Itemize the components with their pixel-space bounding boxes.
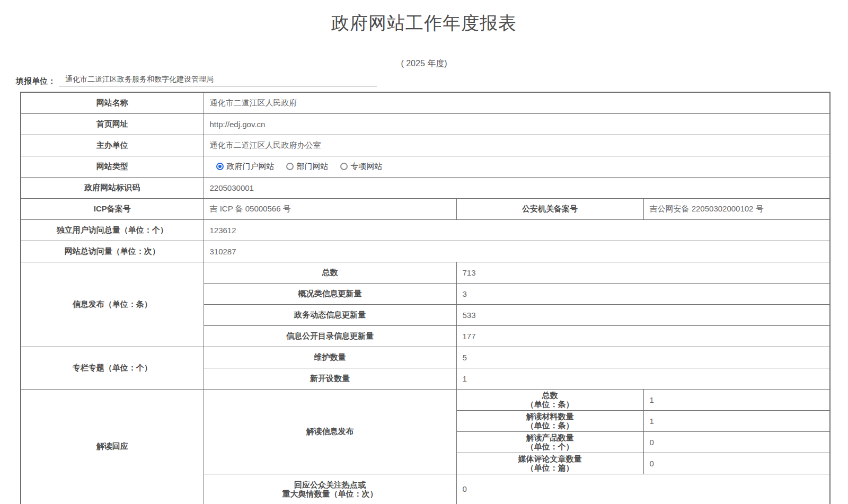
table-row: 专栏专题（单位：个） 维护数量 5 <box>21 347 830 368</box>
interpret-publish-row-label: 媒体评论文章数量 （单位：篇） <box>456 453 643 474</box>
info-publish-row-label: 总数 <box>204 262 456 283</box>
report-unit-label: 填报单位： <box>16 75 56 87</box>
site-type-label: 网站类型 <box>21 156 204 177</box>
label-line-2: （单位：个） <box>457 442 643 451</box>
icp-value: 吉 ICP 备 05000566 号 <box>204 198 456 219</box>
total-visits-label: 网站总访问量（单位：次） <box>21 241 204 262</box>
table-row: 网站总访问量（单位：次） 310287 <box>21 241 830 262</box>
police-record-value: 吉公网安备 22050302000102 号 <box>643 198 830 219</box>
radio-label: 专项网站 <box>351 161 383 172</box>
info-publish-section-label: 信息发布（单位：条） <box>21 262 204 347</box>
police-record-label: 公安机关备案号 <box>456 198 643 219</box>
special-columns-row-label: 维护数量 <box>204 347 456 368</box>
info-publish-row-value: 3 <box>456 283 830 304</box>
total-visits-value: 310287 <box>204 241 830 262</box>
table-row: ICP备案号 吉 ICP 备 05000566 号 公安机关备案号 吉公网安备 … <box>21 198 830 219</box>
table-row: 主办单位 通化市二道江区人民政府办公室 <box>21 135 830 156</box>
interpret-response-section-label: 解读回应 <box>21 389 204 504</box>
special-columns-row-value: 5 <box>456 347 830 368</box>
label-line-1: 媒体评论文章数量 <box>457 454 643 463</box>
table-row: 网站类型 政府门户网站 部门网站 专项网站 <box>21 156 830 177</box>
website-name-value: 通化市二道江区人民政府 <box>204 92 830 113</box>
label-line-2: 重大舆情数量（单位：次） <box>204 489 456 498</box>
table-row: 独立用户访问总量（单位：个） 123612 <box>21 219 830 241</box>
label-line-2: （单位：条） <box>457 421 643 430</box>
radio-label: 政府门户网站 <box>227 161 275 172</box>
table-row: 首页网址 http://edj.gov.cn <box>21 113 830 135</box>
table-row: 解读回应 解读信息发布 总数 （单位：条） 1 <box>21 389 830 410</box>
hot-response-label: 回应公众关注热点或 重大舆情数量（单位：次） <box>204 474 456 504</box>
info-publish-row-label: 概况类信息更新量 <box>204 283 456 304</box>
sponsor-value: 通化市二道江区人民政府办公室 <box>204 135 830 156</box>
label-line-1: 解读材料数量 <box>457 412 643 421</box>
unique-visitors-label: 独立用户访问总量（单位：个） <box>21 219 204 241</box>
table-row: 网站名称 通化市二道江区人民政府 <box>21 92 830 113</box>
unique-visitors-value: 123612 <box>204 219 830 241</box>
label-line-1: 解读产品数量 <box>457 433 643 442</box>
radio-special-site[interactable]: 专项网站 <box>340 161 383 172</box>
annual-report-table: 网站名称 通化市二道江区人民政府 首页网址 http://edj.gov.cn … <box>20 92 831 504</box>
site-code-value: 2205030001 <box>204 177 830 198</box>
info-publish-row-value: 533 <box>456 304 830 325</box>
table-row: 信息发布（单位：条） 总数 713 <box>21 262 830 283</box>
label-line-1: 总数 <box>457 391 643 400</box>
sponsor-label: 主办单位 <box>21 135 204 156</box>
home-url-label: 首页网址 <box>21 113 204 135</box>
site-type-radio-group: 政府门户网站 部门网站 专项网站 <box>210 161 830 172</box>
report-unit-row: 填报单位： 通化市二道江区政务服务和数字化建设管理局 <box>16 73 848 87</box>
interpret-publish-row-value: 1 <box>643 389 830 410</box>
website-name-label: 网站名称 <box>21 92 204 113</box>
table-row: 政府网站标识码 2205030001 <box>21 177 830 198</box>
interpret-publish-row-label: 解读产品数量 （单位：个） <box>456 431 643 453</box>
interpret-publish-row-label: 总数 （单位：条） <box>456 389 643 410</box>
special-columns-section-label: 专栏专题（单位：个） <box>21 347 204 389</box>
home-url-value: http://edj.gov.cn <box>204 113 830 135</box>
icp-label: ICP备案号 <box>21 198 204 219</box>
radio-label: 部门网站 <box>297 161 329 172</box>
radio-icon <box>286 163 294 170</box>
report-unit-input[interactable]: 通化市二道江区政务服务和数字化建设管理局 <box>59 75 377 87</box>
interpret-publish-row-value: 0 <box>643 431 830 453</box>
interpret-publish-row-label: 解读材料数量 （单位：条） <box>456 410 643 431</box>
info-publish-row-label: 政务动态信息更新量 <box>204 304 456 325</box>
interpret-publish-section-label: 解读信息发布 <box>204 389 456 474</box>
report-year: ( 2025 年度) <box>0 58 848 69</box>
radio-government-portal[interactable]: 政府门户网站 <box>216 161 275 172</box>
info-publish-row-value: 177 <box>456 325 830 347</box>
label-line-1: 回应公众关注热点或 <box>204 480 456 489</box>
radio-selected-icon <box>216 163 224 170</box>
info-publish-row-value: 713 <box>456 262 830 283</box>
label-line-2: （单位：篇） <box>457 463 643 472</box>
info-publish-row-label: 信息公开目录信息更新量 <box>204 325 456 347</box>
special-columns-row-label: 新开设数量 <box>204 368 456 389</box>
site-type-cell: 政府门户网站 部门网站 专项网站 <box>204 156 830 177</box>
hot-response-value: 0 <box>456 474 830 504</box>
label-line-2: （单位：条） <box>457 400 643 409</box>
radio-department-site[interactable]: 部门网站 <box>286 161 329 172</box>
radio-icon <box>340 163 348 170</box>
special-columns-row-value: 1 <box>456 368 830 389</box>
interpret-publish-row-value: 0 <box>643 453 830 474</box>
interpret-publish-row-value: 1 <box>643 410 830 431</box>
page-title: 政府网站工作年度报表 <box>0 12 848 34</box>
site-code-label: 政府网站标识码 <box>21 177 204 198</box>
